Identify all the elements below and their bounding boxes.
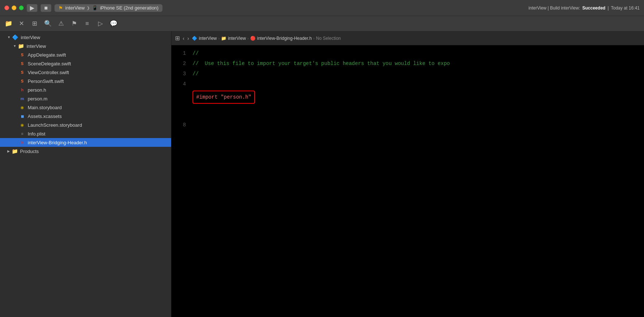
swift-file-icon: S	[19, 78, 26, 84]
bc-sep3: ›	[313, 36, 315, 41]
file-scenedelegate[interactable]: S SceneDelegate.swift	[0, 59, 171, 68]
search-icon[interactable]: 🔍	[44, 20, 52, 27]
device-name: iPhone SE (2nd generation)	[100, 5, 158, 11]
file-main-storyboard[interactable]: ◉ Main.storyboard	[0, 103, 171, 112]
code-comment-2: // Use this file to import your target's…	[193, 58, 450, 69]
swift-file-icon: S	[19, 51, 26, 58]
forward-arrow[interactable]: ›	[187, 35, 189, 41]
folder-interview[interactable]: ▼ 📁 interView	[0, 42, 171, 50]
folder-products-name: Products	[20, 149, 39, 154]
back-arrow[interactable]: ‹	[183, 35, 185, 41]
swift-file-icon: S	[19, 69, 26, 76]
device-icon: 📱	[92, 5, 98, 11]
code-editor: ⊞ ‹ › 🔷 interView › 📁 interView › 🔴 inte…	[171, 31, 644, 317]
code-line-8	[193, 124, 644, 134]
folder-icon: 📁	[11, 148, 18, 154]
code-content[interactable]: // // Use this file to import your targe…	[190, 48, 644, 314]
maximize-button[interactable]	[19, 5, 24, 10]
filename: Main.storyboard	[28, 105, 62, 110]
folder-name: interView	[27, 43, 46, 49]
inspector-icon[interactable]: ✕	[18, 20, 26, 27]
import-statement: #import "person.h"	[196, 92, 251, 102]
scheme-selector[interactable]: ⚑ interView ❯ 📱 iPhone SE (2nd generatio…	[54, 4, 163, 12]
editor-navbar: ⊞ ‹ › 🔷 interView › 📁 interView › 🔴 inte…	[171, 31, 644, 45]
chat-icon[interactable]: 💬	[109, 20, 117, 27]
scheme-arrow: ❯	[87, 6, 90, 10]
filename: LaunchScreen.storyboard	[28, 122, 82, 128]
file-person-m[interactable]: m person.m	[0, 94, 171, 103]
related-items-icon[interactable]: ⊞	[175, 35, 180, 42]
m-file-icon: m	[19, 95, 26, 102]
code-line-7	[193, 114, 644, 124]
code-line-3: //	[193, 69, 644, 79]
bc-folder: interView	[228, 36, 246, 41]
toolbar: 📁 ✕ ⊞ 🔍 ⚠ ⚑ ≡ ▷ 💬	[0, 16, 644, 31]
run-button[interactable]: ▶	[27, 4, 38, 12]
minimize-button[interactable]	[12, 5, 16, 10]
stop-button[interactable]: ■	[40, 4, 51, 12]
project-name: interView	[21, 35, 40, 40]
filename: ViewController.swift	[28, 70, 69, 75]
folder-navigator-icon[interactable]: 📁	[4, 20, 12, 27]
h-file-icon: h	[19, 139, 26, 146]
folder-icon: 📁	[18, 43, 24, 49]
arrow-right-icon[interactable]: ▷	[96, 20, 104, 27]
storyboard-file-icon: ◉	[19, 104, 26, 111]
filename: AppDelegate.swift	[28, 52, 66, 58]
chevron-down-icon: ▼	[13, 44, 16, 48]
file-viewcontroller[interactable]: S ViewController.swift	[0, 68, 171, 77]
code-area[interactable]: 1 2 3 4 8 // // Use this file to import …	[171, 45, 644, 317]
file-launchscreen[interactable]: ◉ LaunchScreen.storyboard	[0, 121, 171, 129]
import-highlight-box: #import "person.h"	[193, 91, 255, 104]
file-appdelegate[interactable]: S AppDelegate.swift	[0, 50, 171, 59]
bc-project-icon: 🔷	[192, 36, 197, 41]
code-line-5: #import "person.h"	[193, 89, 644, 104]
project-icon: 🔷	[12, 34, 19, 41]
bc-sep2: ›	[247, 36, 249, 41]
file-bridging-header[interactable]: h interView-Bridging-Header.h	[0, 138, 171, 147]
chevron-right-icon: ▶	[7, 149, 10, 153]
grid-list-icon[interactable]: ≡	[83, 20, 91, 27]
h-file-icon: h	[19, 87, 26, 93]
project-root[interactable]: ▼ 🔷 interView	[0, 33, 171, 42]
filename: Info.plist	[28, 131, 45, 137]
folder-products[interactable]: ▶ 📁 Products	[0, 147, 171, 156]
bc-folder-icon: 📁	[221, 36, 226, 41]
filename: person.m	[28, 96, 47, 102]
warning-icon[interactable]: ⚠	[57, 20, 65, 27]
bc-sep1: ›	[218, 36, 220, 41]
bc-file-icon: 🔴	[250, 36, 256, 41]
plist-file-icon: ≡	[19, 130, 26, 137]
bc-project: interView	[199, 36, 217, 41]
code-comment-3: //	[193, 69, 199, 79]
chevron-down-icon: ▼	[7, 35, 11, 39]
line-numbers: 1 2 3 4 8	[171, 48, 190, 314]
traffic-lights	[4, 5, 24, 10]
filename: Assets.xcassets	[28, 114, 62, 119]
xcassets-file-icon: ◼	[19, 113, 26, 119]
build-time-separator: |	[608, 5, 609, 11]
scheme-name: interView	[65, 5, 85, 11]
file-assets[interactable]: ◼ Assets.xcassets	[0, 112, 171, 121]
scheme-icon: ⚑	[58, 5, 63, 11]
titlebar: ▶ ■ ⚑ interView ❯ 📱 iPhone SE (2nd gener…	[0, 0, 644, 16]
hierarchy-icon[interactable]: ⊞	[31, 20, 39, 27]
build-time: Today at 16:41	[611, 5, 640, 11]
main-content: ▼ 🔷 interView ▼ 📁 interView S AppDelegat…	[0, 31, 644, 317]
storyboard-file-icon: ◉	[19, 122, 26, 128]
build-prefix: interView | Build interView:	[528, 5, 580, 11]
close-button[interactable]	[4, 5, 9, 10]
bc-file: interView-Bridging-Header.h	[257, 36, 312, 41]
code-line-2: // Use this file to import your target's…	[193, 58, 644, 69]
code-line-4	[193, 79, 644, 89]
file-navigator: ▼ 🔷 interView ▼ 📁 interView S AppDelegat…	[0, 31, 171, 317]
build-success-label: Succeeded	[582, 5, 605, 11]
code-line-6	[193, 104, 644, 114]
file-person-h[interactable]: h person.h	[0, 85, 171, 94]
file-personswift[interactable]: S PersonSwift.swift	[0, 77, 171, 85]
code-comment-1: //	[193, 48, 199, 58]
file-info-plist[interactable]: ≡ Info.plist	[0, 129, 171, 138]
filename: person.h	[28, 87, 46, 93]
flag-icon[interactable]: ⚑	[70, 20, 78, 27]
bc-selection: No Selection	[316, 36, 341, 41]
